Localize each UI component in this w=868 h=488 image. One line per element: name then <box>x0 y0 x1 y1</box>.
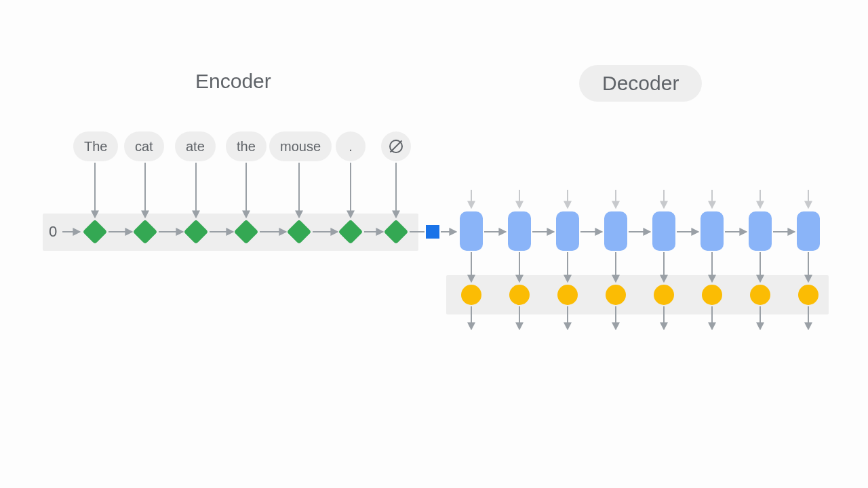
output-node <box>509 285 530 305</box>
decoder-heading: Decoder <box>579 65 702 102</box>
token-mouse: mouse <box>269 131 332 161</box>
output-node <box>557 285 578 305</box>
decoder-cell <box>556 211 579 251</box>
decoder-cell <box>749 211 772 251</box>
decoder-cell <box>604 211 627 251</box>
token-ate: ate <box>175 131 216 161</box>
encoder-heading: Encoder <box>195 70 271 93</box>
token-label: mouse <box>280 139 321 155</box>
token-the: The <box>73 131 118 161</box>
decoder-cell <box>797 211 820 251</box>
output-node <box>798 285 818 305</box>
decoder-cell <box>460 211 483 251</box>
output-node <box>702 285 722 305</box>
output-node <box>606 285 626 305</box>
decoder-cell <box>701 211 724 251</box>
output-node <box>654 285 674 305</box>
output-node <box>750 285 770 305</box>
token-label: The <box>84 139 107 155</box>
decoder-output-bg <box>446 275 829 314</box>
output-node <box>461 285 481 305</box>
token-label: the <box>237 139 256 155</box>
context-vector <box>426 225 439 239</box>
diagram-stage: Encoder Decoder <box>0 0 868 488</box>
decoder-cell <box>652 211 675 251</box>
token-label: ate <box>186 139 205 155</box>
token-label: cat <box>135 139 153 155</box>
token-label: . <box>349 139 353 155</box>
token-the2: the <box>226 131 267 161</box>
token-end <box>381 131 411 161</box>
decoder-cell <box>508 211 531 251</box>
null-icon <box>389 140 403 153</box>
initial-state-label: 0 <box>49 223 57 241</box>
token-cat: cat <box>124 131 164 161</box>
token-period: . <box>336 131 366 161</box>
